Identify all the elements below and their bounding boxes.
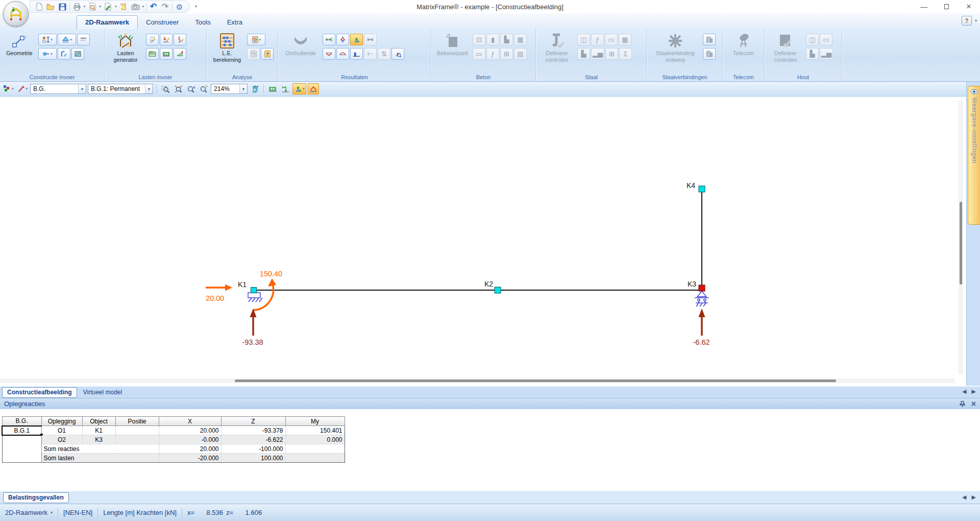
combo-dropdown-icon[interactable]: ▼ <box>145 84 153 93</box>
combo-dropdown-icon[interactable]: ▼ <box>78 84 86 93</box>
tab-2d-raamwerk[interactable]: 2D-Raamwerk <box>77 15 138 29</box>
vertical-scrollbar-thumb[interactable] <box>960 202 962 285</box>
bg-selector-combo[interactable]: B.G. ▼ <box>30 84 86 94</box>
close-button[interactable]: × <box>958 0 980 13</box>
connection-check-button[interactable] <box>703 48 716 60</box>
statusbar-mode-selector[interactable]: 2D-Raamwerk ▾ <box>5 509 53 516</box>
plates-button[interactable] <box>71 48 84 60</box>
col-z[interactable]: Z <box>221 417 285 426</box>
hinges-button[interactable]: ▾ <box>38 48 57 60</box>
load-point-button[interactable] <box>160 34 173 45</box>
restore-button[interactable] <box>935 0 958 13</box>
doc-tab-next-icon[interactable]: ▶ <box>972 388 976 395</box>
beam-member[interactable] <box>254 189 702 290</box>
tab-belastingsgevallen[interactable]: Belastingsgevallen <box>3 492 69 503</box>
supports-button[interactable]: ▾ <box>58 34 76 45</box>
bottom-tab-bar: Belastingsgevallen ◀ ▶ <box>0 491 980 504</box>
load-beam-button[interactable] <box>160 48 173 60</box>
tab-constructieafbeelding[interactable]: Constructieafbeelding <box>2 387 77 398</box>
col-bg[interactable]: B.G. <box>2 417 41 426</box>
node-k4[interactable] <box>699 186 705 192</box>
weergave-instellingen-tab[interactable]: Weergave-instellingen <box>968 86 980 225</box>
le-berekening-button[interactable]: L.E. berekening <box>209 31 245 72</box>
node-k2[interactable] <box>495 287 501 293</box>
col-positie[interactable]: Positie <box>115 417 159 426</box>
calculation-options-button[interactable]: ▾ <box>247 34 265 45</box>
help-button[interactable]: ? <box>962 16 972 26</box>
support-k1[interactable] <box>248 293 262 302</box>
dimensions-display-icon <box>281 85 290 93</box>
zoom-dynamic-button[interactable] <box>198 83 209 94</box>
node-k3-selected[interactable] <box>699 285 705 291</box>
drawing-canvas[interactable]: 20.00 150.40 -93.38 -6.62 <box>0 97 980 386</box>
reactions-button[interactable] <box>336 34 349 45</box>
nodes[interactable] <box>251 186 705 293</box>
bottom-tab-next-icon[interactable]: ▶ <box>972 494 976 501</box>
ribbon-collapse-icon[interactable]: ▾ <box>975 18 977 23</box>
col-oplegging[interactable]: Oplegging <box>41 417 82 426</box>
timber-check-icon <box>778 33 793 49</box>
ribbon-tab-row: 2D-Raamwerk Construeer Tools Extra ? ▾ <box>0 13 980 29</box>
bottom-tab-prev-icon[interactable]: ◀ <box>962 494 966 501</box>
inspect-results-button[interactable] <box>391 48 404 60</box>
node-k1[interactable] <box>251 288 257 293</box>
panel-close-icon[interactable]: × <box>971 399 976 409</box>
tab-extra[interactable]: Extra <box>219 16 251 29</box>
col-x[interactable]: X <box>159 417 221 426</box>
zoom-in-out-button[interactable]: ± <box>185 83 197 94</box>
cell-bg-empty[interactable] <box>2 435 41 463</box>
zoom-level-combo[interactable]: 214% ▼ <box>211 84 248 94</box>
load-triangle-button[interactable] <box>174 48 186 60</box>
minimize-button[interactable]: — <box>913 0 935 13</box>
zoom-extents-button[interactable] <box>173 83 184 94</box>
pin-icon[interactable] <box>960 401 965 408</box>
ribbon-group-beton: Betonwizard ⊡ ▮ ▙ ▦ ▭ ƒ ⊞ ▤ <box>431 29 536 81</box>
application-button[interactable] <box>3 1 29 27</box>
cell-bg1-selected[interactable]: B.G.1 <box>2 426 41 435</box>
calculation-help-button[interactable]: ? <box>261 48 274 60</box>
load-deformation-button[interactable] <box>174 34 186 45</box>
staal-tool-6-button: ▂▅ <box>591 48 604 60</box>
col-object[interactable]: Object <box>82 417 115 426</box>
sum-loads-label[interactable]: Som lasten <box>41 454 159 463</box>
support-k3[interactable] <box>695 291 709 306</box>
tab-construeer[interactable]: Construeer <box>138 16 187 29</box>
subgrade-button[interactable] <box>77 34 90 45</box>
releases-button[interactable] <box>58 48 70 60</box>
geometrie-button[interactable]: Geometrie <box>3 31 36 72</box>
sum-reactions-label[interactable]: Som reacties <box>41 444 159 454</box>
support-reactions-toggle[interactable] <box>350 34 363 45</box>
reactions-table[interactable]: B.G. Oplegging Object Positie X Z My B.G… <box>2 416 345 463</box>
tab-tools[interactable]: Tools <box>187 16 218 29</box>
show-reactions-toggle[interactable]: ▾ <box>292 83 306 94</box>
abacus-gray-icon <box>250 50 257 58</box>
load-table-button[interactable] <box>146 48 159 60</box>
doc-tab-prev-icon[interactable]: ◀ <box>962 388 966 395</box>
vertical-scrollbar[interactable] <box>959 101 963 374</box>
load-arrow-fx[interactable]: 20.00 <box>206 285 232 303</box>
moment-line-button[interactable] <box>323 48 335 60</box>
hout-tool-2-button: ▭ <box>820 34 832 45</box>
show-dimensions-button[interactable] <box>280 83 291 94</box>
display-options-button[interactable]: ▾ <box>2 83 15 94</box>
diagram-button[interactable] <box>350 48 363 60</box>
show-loads-button[interactable] <box>267 83 278 94</box>
horizontal-scrollbar[interactable] <box>0 378 954 383</box>
zoom-window-button[interactable] <box>160 83 171 94</box>
col-my[interactable]: My <box>285 417 345 426</box>
profiles-button[interactable]: ▾ <box>38 34 57 45</box>
load-climate-button[interactable] <box>146 34 159 45</box>
lasten-generator-button[interactable]: Lasten generator <box>107 31 144 72</box>
reaction-arrow-k3[interactable]: -6.62 <box>693 309 709 346</box>
reaction-arrow-k1[interactable]: -93.38 <box>242 309 263 346</box>
show-extremes-toggle[interactable] <box>308 83 319 94</box>
horizontal-scrollbar-thumb[interactable] <box>235 380 836 382</box>
combo-dropdown-icon[interactable]: ▼ <box>239 84 247 93</box>
pan-button[interactable] <box>249 83 260 94</box>
redline-button[interactable]: ▾ <box>16 83 29 94</box>
moment-extreme-button[interactable] <box>336 48 349 60</box>
tab-virtueel-model[interactable]: Virtueel model <box>79 388 127 397</box>
connection-library-button[interactable] <box>703 34 716 45</box>
displacements-button[interactable] <box>323 34 335 45</box>
load-case-combo[interactable]: B.G.1: Permanent ▼ <box>88 84 153 94</box>
